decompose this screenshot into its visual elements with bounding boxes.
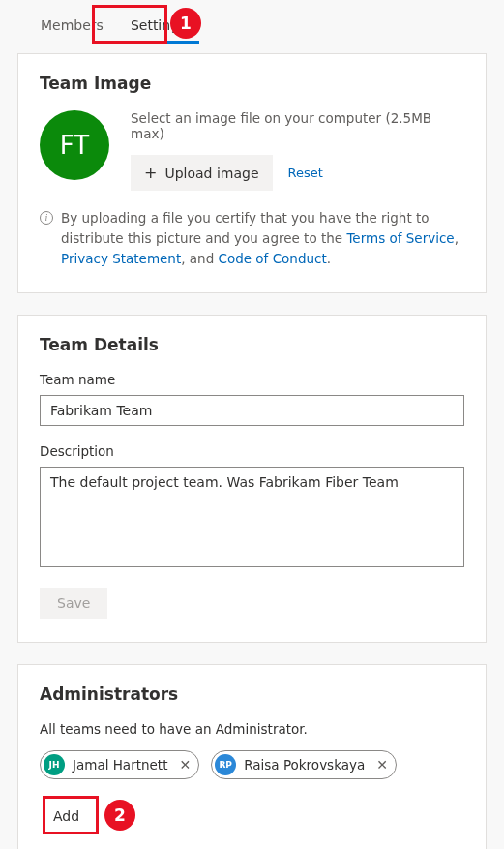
tab-members[interactable]: Members (27, 10, 117, 44)
team-name-input[interactable] (40, 395, 464, 426)
avatar: RP (215, 754, 236, 775)
upload-hint: Select an image file on your computer (2… (131, 110, 464, 141)
remove-admin-icon[interactable]: ✕ (376, 757, 388, 773)
team-name-label: Team name (40, 372, 464, 387)
admin-chip-row: JH Jamal Hartnett ✕ RP Raisa Pokrovskaya… (40, 750, 464, 779)
plus-icon: + (144, 164, 157, 182)
tos-link[interactable]: Terms of Service (346, 230, 454, 246)
admin-name: Raisa Pokrovskaya (244, 757, 365, 773)
upload-image-label: Upload image (164, 166, 258, 181)
admin-chip[interactable]: JH Jamal Hartnett ✕ (40, 750, 199, 779)
upload-image-button[interactable]: + Upload image (131, 155, 273, 191)
reset-link[interactable]: Reset (288, 166, 323, 180)
disclaimer-text: By uploading a file you certify that you… (61, 208, 464, 269)
team-details-title: Team Details (40, 335, 464, 354)
save-button[interactable]: Save (40, 588, 107, 619)
avatar: JH (44, 754, 65, 775)
tab-settings[interactable]: Settings (117, 10, 199, 44)
team-image-panel: Team Image FT Select an image file on yo… (17, 53, 487, 293)
admin-chip[interactable]: RP Raisa Pokrovskaya ✕ (211, 750, 397, 779)
image-col: Select an image file on your computer (2… (131, 110, 464, 191)
description-input[interactable] (40, 467, 464, 567)
remove-admin-icon[interactable]: ✕ (179, 757, 191, 773)
image-row: FT Select an image file on your computer… (40, 110, 464, 191)
tabs-bar: Members Settings (0, 0, 504, 44)
team-image-title: Team Image (40, 74, 464, 93)
team-details-panel: Team Details Team name Description Save (17, 315, 487, 643)
admin-name: Jamal Hartnett (73, 757, 167, 773)
upload-row: + Upload image Reset (131, 155, 464, 191)
add-admin-button[interactable]: Add (40, 801, 93, 832)
admins-hint: All teams need to have an Administrator. (40, 721, 464, 737)
coc-link[interactable]: Code of Conduct (219, 251, 327, 266)
administrators-title: Administrators (40, 684, 464, 704)
disclaimer-row: i By uploading a file you certify that y… (40, 208, 464, 269)
administrators-panel: Administrators All teams need to have an… (17, 664, 487, 849)
team-avatar: FT (40, 110, 109, 180)
description-label: Description (40, 443, 464, 459)
privacy-link[interactable]: Privacy Statement (61, 251, 181, 266)
info-icon: i (40, 211, 53, 225)
